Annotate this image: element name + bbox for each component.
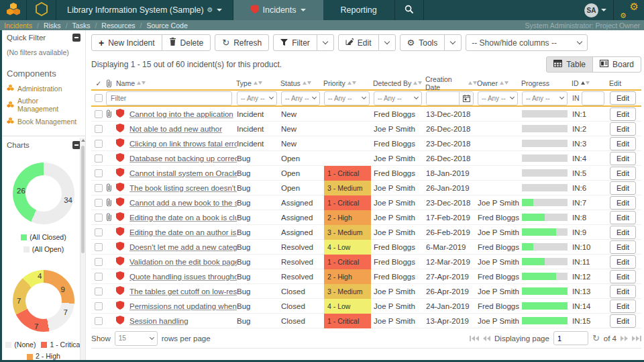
subnav-tab-source-code[interactable]: Source Code <box>146 21 187 30</box>
first-page-button[interactable] <box>470 336 479 341</box>
global-search-button[interactable] <box>394 0 424 20</box>
incident-name-link[interactable]: Permissions not updating when changed <box>129 302 237 310</box>
row-checkbox[interactable] <box>95 302 103 310</box>
row-edit-button[interactable]: Edit <box>610 137 636 150</box>
scrollbar-thumb[interactable] <box>81 146 85 253</box>
incident-name-link[interactable]: Doesn't let me add a new category <box>129 243 237 251</box>
table-row[interactable]: Not able to add new author Incident New … <box>91 122 641 136</box>
incident-name-link[interactable]: The book listing screen doesn't sort <box>129 184 237 192</box>
subnav-tab-tasks[interactable]: Tasks <box>72 21 91 30</box>
row-checkbox[interactable] <box>95 140 103 148</box>
name-filter-input[interactable] <box>106 91 232 105</box>
select-all-checkmark-icon[interactable]: ✓ <box>91 79 106 87</box>
row-edit-button[interactable]: Edit <box>610 240 636 254</box>
column-header-id[interactable]: ID <box>572 79 609 87</box>
refresh-button[interactable]: ↻ Refresh <box>215 34 269 51</box>
incident-name-link[interactable]: Cannot log into the application <box>129 110 233 118</box>
row-checkbox[interactable] <box>95 273 103 281</box>
subnav-tab-risks[interactable]: Risks <box>44 21 61 30</box>
id-filter-input[interactable] <box>582 91 604 105</box>
row-edit-button[interactable]: Edit <box>610 196 636 210</box>
edit-button[interactable]: Edit <box>338 34 379 51</box>
row-checkbox[interactable] <box>95 317 103 325</box>
row-checkbox[interactable] <box>95 258 103 266</box>
project-menu[interactable]: Library Information System (Sample) ⚙ <box>56 0 233 20</box>
table-row[interactable]: Quote handling issues throughout Bug Res… <box>91 269 641 284</box>
nav-tab-reporting[interactable]: Reporting <box>323 0 394 20</box>
column-header-creation-date[interactable]: Creation Date <box>425 75 477 91</box>
incident-name-link[interactable]: Cannot add a new book to the system <box>129 199 237 207</box>
row-checkbox[interactable] <box>95 214 103 222</box>
last-page-button[interactable] <box>632 336 641 341</box>
incident-name-link[interactable]: Editing the date on a book is clunky <box>129 214 237 222</box>
row-checkbox[interactable] <box>95 154 103 163</box>
user-menu[interactable]: SA <box>578 0 613 20</box>
table-row[interactable]: Cannot install system on Oracle 9i Bug O… <box>91 166 641 181</box>
creation-date-filter-input[interactable] <box>427 92 459 105</box>
previous-page-button[interactable] <box>483 336 490 341</box>
filter-dropdown-button[interactable] <box>317 34 334 51</box>
table-row[interactable]: The book listing screen doesn't sort Bug… <box>91 181 641 195</box>
row-edit-button[interactable]: Edit <box>610 122 636 136</box>
incident-name-link[interactable]: Quote handling issues throughout <box>129 273 237 281</box>
table-view-button[interactable]: Table <box>546 56 593 73</box>
incident-name-link[interactable]: Session handling <box>129 317 189 325</box>
incident-name-link[interactable]: Cannot install system on Oracle 9i <box>129 169 237 177</box>
row-edit-button[interactable]: Edit <box>610 255 636 269</box>
row-edit-button[interactable]: Edit <box>610 181 636 195</box>
table-row[interactable]: Editing the date on a book is clunky Bug… <box>91 210 641 225</box>
filter-button[interactable]: Filter <box>273 34 317 51</box>
subnav-tab-resources[interactable]: Resources <box>101 21 135 30</box>
incident-name-link[interactable]: Clicking on link throws fatal error <box>129 140 237 148</box>
nav-tab-incidents[interactable]: Incidents <box>233 0 323 20</box>
row-checkbox[interactable] <box>95 243 103 251</box>
table-row[interactable]: Cannot add a new book to the system Bug … <box>91 195 641 210</box>
table-row[interactable]: Session handling Bug Closed 1 - Critical… <box>91 314 641 328</box>
component-item-author-management[interactable]: Author Management <box>2 95 85 115</box>
row-edit-button[interactable]: Edit <box>610 314 636 328</box>
row-edit-button[interactable]: Edit <box>610 226 636 239</box>
edit-dropdown-button[interactable] <box>378 34 396 51</box>
type-filter-select[interactable]: -- Any -- <box>237 91 277 105</box>
rows-per-page-select[interactable]: 15 <box>115 331 158 346</box>
row-checkbox[interactable] <box>95 169 103 177</box>
row-checkbox[interactable] <box>95 199 103 207</box>
next-page-button[interactable] <box>621 336 628 341</box>
row-edit-button[interactable]: Edit <box>610 107 636 121</box>
priority-filter-select[interactable]: -- Any -- <box>324 91 370 105</box>
workspace-switcher[interactable] <box>27 0 56 20</box>
incident-priority-donut-chart[interactable]: 97774 <box>13 270 74 332</box>
table-row[interactable]: The tables get cutoff on low-res modes B… <box>91 284 641 299</box>
row-checkbox[interactable] <box>95 125 103 133</box>
page-number-input[interactable] <box>553 331 588 345</box>
calendar-icon[interactable] <box>459 92 473 105</box>
tools-button[interactable]: ⚙ Tools <box>400 34 445 51</box>
progress-filter-select[interactable]: -- Any -- <box>522 91 568 105</box>
row-edit-button[interactable]: Edit <box>610 270 636 283</box>
table-row[interactable]: Doesn't let me add a new category Bug Re… <box>91 240 641 255</box>
row-edit-button[interactable]: Edit <box>610 300 636 313</box>
column-header-detected-by[interactable]: Detected By <box>373 79 425 87</box>
app-logo[interactable] <box>0 0 27 20</box>
select-all-checkbox[interactable] <box>95 94 103 102</box>
column-header-name[interactable]: Name <box>116 79 236 87</box>
column-header-status[interactable]: Status <box>280 79 323 87</box>
refresh-page-icon[interactable]: ↻ <box>592 334 600 343</box>
row-checkbox[interactable] <box>95 110 103 118</box>
incident-name-link[interactable]: Validation on the edit book page <box>129 258 237 266</box>
row-checkbox[interactable] <box>95 287 103 296</box>
row-checkbox[interactable] <box>95 228 103 236</box>
admin-settings-button[interactable]: ⚙ ⚙ <box>613 0 644 20</box>
table-row[interactable]: Permissions not updating when changed Bu… <box>91 299 641 314</box>
component-item-administration[interactable]: Administration <box>2 82 85 95</box>
show-hide-columns-select[interactable]: -- Show/hide columns -- <box>466 34 588 51</box>
row-edit-button[interactable]: Edit <box>610 211 636 224</box>
filter-edit-button[interactable]: Edit <box>610 91 636 105</box>
incident-name-link[interactable]: Not able to add new author <box>129 125 222 133</box>
row-edit-button[interactable]: Edit <box>610 285 636 298</box>
status-filter-select[interactable]: -- Any -- <box>281 91 320 105</box>
owner-filter-select[interactable]: -- Any -- <box>478 91 518 105</box>
scroll-up-arrow-icon[interactable] <box>81 139 85 142</box>
subnav-tab-incidents[interactable]: Incidents <box>4 21 32 30</box>
table-row[interactable]: Clicking on link throws fatal error Inci… <box>91 136 641 151</box>
